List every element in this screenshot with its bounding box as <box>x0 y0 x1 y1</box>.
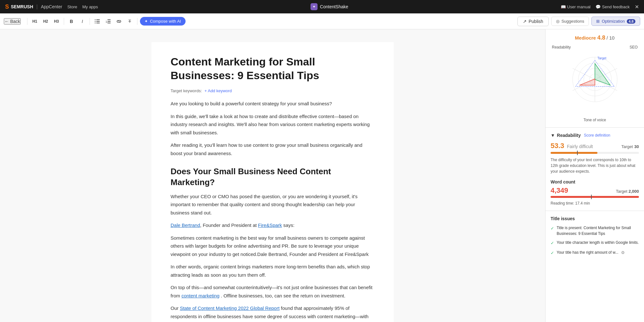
svg-rect-4 <box>95 23 96 23</box>
bullet-list-button[interactable] <box>92 17 102 26</box>
close-btn[interactable]: ✕ <box>635 4 639 10</box>
word-count-label: Word count <box>551 179 639 184</box>
dale-bertrand-link[interactable]: Dale Bertrand <box>171 222 200 228</box>
title-issues-header: Title issues <box>551 216 639 221</box>
optimization-tab-button[interactable]: ⊞ Optimization 4.8 <box>591 17 640 26</box>
content-marketing-link[interactable]: content marketing <box>181 293 219 298</box>
collapse-icon: ▼ <box>551 133 555 138</box>
title-issue-1-text: Title is present: Content Marketing for … <box>557 225 639 236</box>
para-5-start: Our <box>171 305 179 311</box>
user-manual-label: User manual <box>567 4 591 9</box>
radar-labels: Readability SEO <box>551 45 639 49</box>
readability-difficulty-label: Fairly difficult <box>567 144 593 149</box>
send-feedback-label: Send feedback <box>602 4 630 9</box>
score-definition-link[interactable]: Score definition <box>584 133 611 138</box>
section-1-para-5: Our State of Content Marketing 2022 Glob… <box>171 304 375 322</box>
toolbar-left: ← Back H1 H2 H3 B I 1. <box>4 17 516 26</box>
send-feedback-btn[interactable]: 💬 Send feedback <box>596 4 630 9</box>
title-issue-3: ✓ Your title has the right amount of w..… <box>551 250 639 256</box>
bold-button[interactable]: B <box>67 17 76 26</box>
readability-progress-fill <box>551 152 597 154</box>
readability-section-header[interactable]: ▼ Readability Score definition <box>551 133 639 138</box>
svg-marker-19 <box>595 64 610 85</box>
add-keyword-button[interactable]: + Add keyword <box>204 88 232 93</box>
svg-rect-1 <box>96 19 100 20</box>
title-issue-2: ✓ Your title character length is within … <box>551 240 639 246</box>
section-1-para-3: In other words, organic content brings m… <box>171 263 375 279</box>
h1-button[interactable]: H1 <box>30 17 40 26</box>
word-count-target-marker <box>591 195 592 199</box>
compose-with-ai-button[interactable]: ✦ Compose with AI <box>140 17 186 26</box>
readability-section: ▼ Readability Score definition 53.3 Fair… <box>545 128 644 211</box>
title-issue-1: ✓ Title is present: Content Marketing fo… <box>551 225 639 236</box>
clear-format-button[interactable]: T̶ <box>125 17 135 26</box>
article-body: Are you looking to build a powerful cont… <box>171 100 375 322</box>
word-count-progress-fill <box>551 196 639 198</box>
title-issue-3-text: Your title has the right amount of w... <box>557 250 618 255</box>
h3-button[interactable]: H3 <box>52 17 61 26</box>
word-count-number: 4,349 <box>551 186 568 195</box>
section-1-para-4: On top of this—and somewhat counterintui… <box>171 283 375 300</box>
italic-button[interactable]: I <box>77 17 87 26</box>
state-of-content-link[interactable]: State of Content Marketing 2022 Global R… <box>180 305 280 311</box>
word-count-target-label: Target <box>616 189 627 194</box>
paragraph-3: After reading it, you'll learn how to us… <box>171 141 375 157</box>
svg-rect-5 <box>96 23 100 23</box>
toolbar: ← Back H1 H2 H3 B I 1. <box>0 13 644 29</box>
contentshake-icon: ✦ <box>311 3 318 10</box>
my-apps-nav-link[interactable]: My apps <box>82 4 98 9</box>
word-count-section: Word count 4,349 Target 2,000 Reading ti… <box>551 179 639 206</box>
word-count-progress-bar <box>551 196 639 198</box>
score-total: / 10 <box>607 35 615 41</box>
word-count-target: Target 2,000 <box>616 189 639 194</box>
toolbar-divider-2 <box>64 18 64 25</box>
section-1-title: Does Your Small Business Need Content Ma… <box>171 166 375 188</box>
top-nav-left: S SEMRUSH | AppCenter Store My apps <box>5 4 98 10</box>
sparkle-icon: ✦ <box>144 19 148 24</box>
publish-icon: ↗ <box>523 19 527 24</box>
store-nav-link[interactable]: Store <box>67 4 77 9</box>
check-icon-2: ✓ <box>551 240 554 246</box>
user-manual-btn[interactable]: 📖 User manual <box>561 4 591 9</box>
readability-description: The difficulty of your text corresponds … <box>551 157 639 174</box>
suggestions-label: Suggestions <box>561 19 584 24</box>
back-button[interactable]: ← Back <box>4 18 21 25</box>
svg-text:Target: Target <box>597 56 606 60</box>
svg-rect-7 <box>107 19 111 20</box>
score-mediocre-label: Mediocre <box>575 35 596 41</box>
suggestions-tab-button[interactable]: ◎ Suggestions <box>551 17 589 26</box>
score-header: Mediocre 4.8 / 10 <box>551 34 639 41</box>
fire-and-spark-link[interactable]: Fire&Spark <box>258 222 282 228</box>
chat-icon: 💬 <box>596 4 601 9</box>
editor-content: Content Marketing for Small Businesses: … <box>151 42 394 322</box>
publish-button[interactable]: ↗ Publish <box>517 17 549 26</box>
svg-rect-0 <box>95 19 96 20</box>
back-arrow-icon: ← <box>4 19 9 24</box>
tone-of-voice-label: Tone of voice <box>551 118 639 122</box>
publish-label: Publish <box>529 19 543 24</box>
semrush-logo: S SEMRUSH | AppCenter <box>5 4 62 10</box>
contentshake-title: ContentShake <box>320 4 348 9</box>
svg-rect-9 <box>107 23 111 23</box>
target-keywords-label: Target keywords: <box>171 88 202 93</box>
h2-button[interactable]: H2 <box>41 17 50 26</box>
readability-radar-label: Readability <box>552 45 571 49</box>
link-button[interactable] <box>114 17 124 26</box>
section-1-para-1: Whether your CEO or CMO has posed the qu… <box>171 192 375 217</box>
article-title[interactable]: Content Marketing for Small Businesses: … <box>171 55 375 82</box>
paragraph-1: Are you looking to build a powerful cont… <box>171 100 375 108</box>
target-keywords-row: Target keywords: + Add keyword <box>171 88 375 93</box>
title-issue-2-text: Your title character length is within Go… <box>557 240 639 245</box>
editor-area[interactable]: Content Marketing for Small Businesses: … <box>0 29 545 322</box>
semrush-logo-icon: S <box>5 4 9 10</box>
toolbar-divider-3 <box>90 18 90 25</box>
numbered-list-button[interactable]: 1. <box>103 17 113 26</box>
says-end-text: says: <box>282 222 294 228</box>
target-label-text: Target <box>621 144 633 149</box>
gear-icon[interactable]: ⚙ <box>621 250 625 256</box>
optimization-icon: ⊞ <box>596 19 600 24</box>
readability-score-number: 53.3 <box>551 142 564 150</box>
top-nav: S SEMRUSH | AppCenter Store My apps ✦ Co… <box>0 0 644 13</box>
top-nav-center: ✦ ContentShake <box>311 3 348 10</box>
score-value: 4.8 <box>597 34 605 41</box>
